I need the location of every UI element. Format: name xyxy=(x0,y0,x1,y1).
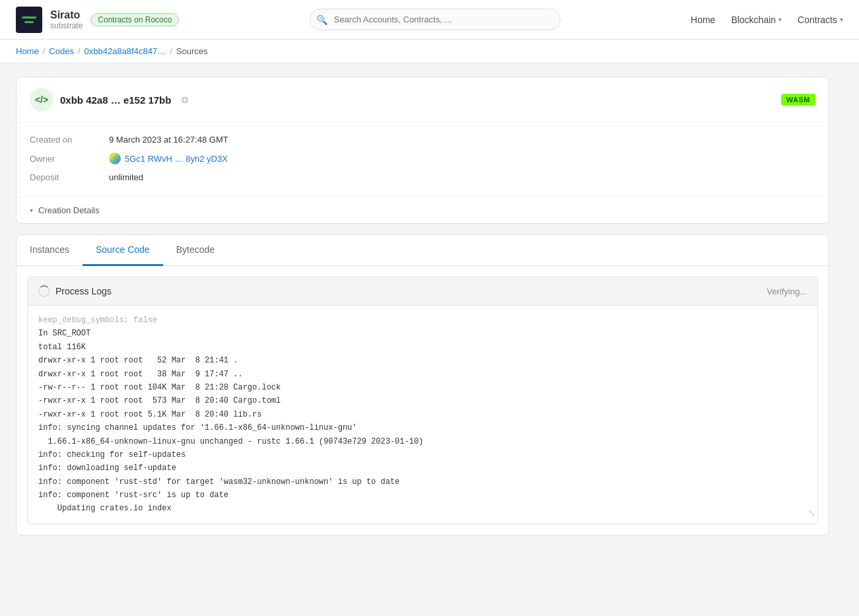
contract-address: 0xbb 42a8 … e152 17bb xyxy=(60,94,171,106)
tabs-container: Instances Source Code Bytecode Process L… xyxy=(16,234,829,535)
breadcrumb-hash[interactable]: 0xbb42a8a8f4c847… xyxy=(85,46,166,56)
log-line: drwxr-xr-x 1 root root 52 Mar 8 21:41 . xyxy=(38,354,807,367)
network-badge: Contracts on Rococo xyxy=(90,13,179,26)
header-left: Sirato substrate Contracts on Rococo xyxy=(16,7,179,33)
log-line: info: component 'rust-std' for target 'w… xyxy=(38,475,807,489)
detail-deposit: Deposit unlimited xyxy=(30,168,815,186)
tab-instances[interactable]: Instances xyxy=(17,235,83,266)
detail-owner: Owner 5Gc1 RWvH … 8yh2 yD3X xyxy=(30,149,815,168)
log-line: Updating crates.io index xyxy=(38,502,807,515)
deposit-value: unlimited xyxy=(109,172,143,182)
contract-code-icon: </> xyxy=(30,88,53,112)
main-nav: Home Blockchain ▾ Contracts ▾ xyxy=(691,12,843,28)
tab-source-code[interactable]: Source Code xyxy=(83,235,163,266)
contract-card: </> 0xbb 42a8 … e152 17bb ⧉ WASM Created… xyxy=(16,77,829,224)
log-line: 1.66.1-x86_64-unknown-linux-gnu unchange… xyxy=(38,435,807,448)
deposit-label: Deposit xyxy=(30,172,109,182)
search-input[interactable] xyxy=(310,9,561,30)
brand-info: Sirato substrate xyxy=(50,9,83,30)
process-logs-title-wrap: Process Logs xyxy=(38,285,112,297)
contracts-chevron-icon: ▾ xyxy=(840,16,843,23)
nav-blockchain[interactable]: Blockchain ▾ xyxy=(731,12,782,28)
log-line: drwxr-xr-x 1 root root 38 Mar 9 17:47 .. xyxy=(38,368,807,381)
header: Sirato substrate Contracts on Rococo 🔍 H… xyxy=(0,0,859,40)
breadcrumb-current: Sources xyxy=(176,46,208,56)
main-content: </> 0xbb 42a8 … e152 17bb ⧉ WASM Created… xyxy=(0,63,845,549)
created-on-label: Created on xyxy=(30,135,109,145)
process-logs-title-text: Process Logs xyxy=(55,286,112,296)
contract-header: </> 0xbb 42a8 … e152 17bb ⧉ WASM xyxy=(17,77,829,123)
search-input-wrap: 🔍 xyxy=(310,9,561,30)
breadcrumb-sep-3: / xyxy=(170,46,172,56)
process-logs-header: Process Logs Verifying... xyxy=(28,277,817,306)
copy-icon[interactable]: ⧉ xyxy=(182,94,188,106)
breadcrumb-sep-1: / xyxy=(43,46,46,56)
contract-details: Created on 9 March 2023 at 16:27:48 GMT … xyxy=(17,123,829,197)
breadcrumb-sep-2: / xyxy=(78,46,81,56)
breadcrumb-codes[interactable]: Codes xyxy=(49,46,74,56)
nav-contracts[interactable]: Contracts ▾ xyxy=(798,12,843,28)
resize-handle[interactable]: ⤡ xyxy=(808,506,816,522)
tabs-bar: Instances Source Code Bytecode xyxy=(17,235,829,266)
owner-value[interactable]: 5Gc1 RWvH … 8yh2 yD3X xyxy=(109,153,228,164)
log-line: -rwxr-xr-x 1 root root 573 Mar 8 20:40 C… xyxy=(38,394,807,407)
loading-spinner-icon xyxy=(38,285,50,297)
process-logs-card: Process Logs Verifying... keep_debug_sym… xyxy=(27,277,818,524)
log-line: info: syncing channel updates for '1.66.… xyxy=(38,421,807,434)
creation-details-toggle[interactable]: ▾ Creation Details xyxy=(30,205,815,215)
detail-created-on: Created on 9 March 2023 at 16:27:48 GMT xyxy=(30,131,815,149)
breadcrumb: Home / Codes / 0xbb42a8a8f4c847… / Sourc… xyxy=(0,40,859,63)
log-line: -rw-r--r-- 1 root root 104K Mar 8 21:28 … xyxy=(38,381,807,394)
nav-home[interactable]: Home xyxy=(691,12,715,28)
log-line: keep_debug_symbols: false xyxy=(38,314,807,327)
owner-avatar xyxy=(109,153,121,164)
logo xyxy=(16,7,42,33)
verifying-status: Verifying... xyxy=(767,287,807,296)
created-on-value: 9 March 2023 at 16:27:48 GMT xyxy=(109,135,228,145)
log-line: -rwxr-xr-x 1 root root 5.1K Mar 8 20:40 … xyxy=(38,408,807,421)
owner-label: Owner xyxy=(30,154,109,164)
brand-subtitle: substrate xyxy=(50,21,83,30)
log-line: info: checking for self-updates xyxy=(38,448,807,462)
log-line: In SRC_ROOT xyxy=(38,327,807,340)
blockchain-chevron-icon: ▾ xyxy=(778,16,782,23)
tab-bytecode[interactable]: Bytecode xyxy=(163,235,228,266)
creation-details-section: ▾ Creation Details xyxy=(17,197,829,223)
search-container: 🔍 xyxy=(310,9,561,30)
log-line: total 116K xyxy=(38,341,807,354)
search-icon: 🔍 xyxy=(316,15,327,25)
contract-id-wrap: </> 0xbb 42a8 … e152 17bb ⧉ xyxy=(30,88,188,112)
breadcrumb-home[interactable]: Home xyxy=(16,46,39,56)
brand-name: Sirato xyxy=(50,9,83,21)
process-logs-body[interactable]: keep_debug_symbols: falseIn SRC_ROOTtota… xyxy=(28,306,817,524)
log-line: info: component 'rust-src' is up to date xyxy=(38,489,807,502)
log-line: info: downloading self-update xyxy=(38,462,807,475)
creation-chevron-icon: ▾ xyxy=(30,207,33,214)
wasm-badge: WASM xyxy=(781,94,815,106)
